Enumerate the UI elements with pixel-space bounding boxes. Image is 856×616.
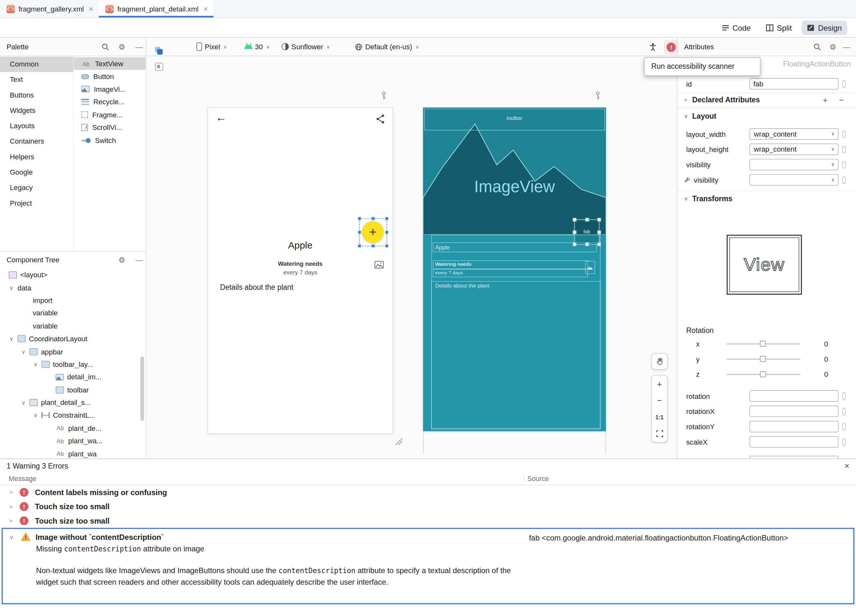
palette-category-common[interactable]: Common [0, 57, 73, 72]
palette-category-helpers[interactable]: Helpers [0, 149, 73, 165]
remove-attribute-button[interactable]: − [839, 95, 844, 105]
zoom-out-button[interactable]: − [652, 392, 667, 409]
problem-row-content-labels[interactable]: > ! Content labels missing or confusing [0, 485, 856, 499]
chevron-down-icon[interactable]: ∨ [9, 285, 14, 291]
gallery-icon[interactable] [374, 261, 384, 269]
tree-item-detail-image[interactable]: detail_im... [0, 371, 146, 383]
palette-category-legacy[interactable]: Legacy [0, 180, 73, 196]
gear-icon[interactable]: ⚙ [830, 43, 836, 51]
resize-handle[interactable] [597, 230, 601, 234]
palette-item-scrollview[interactable]: ScrollVi... [74, 121, 146, 134]
screen-mode-icon[interactable] [155, 63, 163, 71]
resize-handle[interactable] [371, 244, 375, 248]
tree-item-coordinatorlayout[interactable]: ∨CoordinatorLayout [0, 332, 146, 345]
close-icon[interactable]: × [844, 461, 850, 471]
palette-category-widgets[interactable]: Widgets [0, 103, 73, 119]
rotation-z-slider[interactable] [727, 374, 801, 375]
blueprint-gallery-box[interactable] [585, 261, 595, 274]
chevron-right-icon[interactable]: > [8, 489, 14, 496]
close-icon[interactable]: × [203, 5, 208, 13]
blueprint-details-box[interactable] [431, 281, 600, 428]
tree-item-plant-detail-name[interactable]: Abplant_de... [0, 422, 146, 435]
rotation-input[interactable] [750, 390, 838, 402]
palette-item-recyclerview[interactable]: Recycle... [74, 95, 146, 108]
tree-item-plant-detail-scrollview[interactable]: ∨plant_detail_s... [0, 396, 146, 409]
palette-category-project[interactable]: Project [0, 196, 73, 211]
share-icon[interactable] [376, 114, 385, 124]
rotation-x-input[interactable] [750, 405, 838, 417]
canvas-resize-handle[interactable] [395, 437, 403, 446]
palette-item-imageview[interactable]: ImageVi... [74, 83, 146, 95]
palette-item-fragment[interactable]: Fragme... [74, 108, 146, 121]
problem-row-touch-size-2[interactable]: > ! Touch size too small [0, 514, 856, 528]
search-icon[interactable] [102, 43, 109, 51]
tree-item-variable[interactable]: variable [0, 320, 146, 332]
message-column-header[interactable]: Message [9, 475, 37, 483]
tree-item-data[interactable]: ∨data [0, 282, 146, 294]
accessibility-icon[interactable] [648, 42, 657, 51]
accessibility-error-badge[interactable]: ! [664, 40, 679, 55]
blueprint-preview[interactable]: toolbar ImageView Apple Watering needs e… [423, 108, 606, 431]
plant-details-text[interactable]: Details about the plant [220, 283, 293, 292]
tab-fragment-plant-detail[interactable]: fragment_plant_detail.xml × [99, 0, 213, 18]
id-input[interactable] [750, 78, 838, 89]
tools-visibility-dropdown[interactable]: ∨ [750, 174, 838, 185]
chevron-down-icon[interactable]: ∨ [684, 113, 688, 119]
tree-item-plant-watering[interactable]: Abplant_wa... [0, 435, 146, 447]
resize-handle[interactable] [358, 217, 362, 221]
scale-y-input[interactable] [750, 456, 838, 459]
scale-x-input[interactable] [750, 436, 838, 448]
tab-fragment-gallery[interactable]: fragment_gallery.xml × [0, 0, 99, 18]
pan-tool-button[interactable] [651, 353, 668, 370]
chevron-down-icon[interactable]: ∨ [684, 196, 688, 202]
layout-height-dropdown[interactable]: wrap_content ∨ [750, 143, 838, 155]
tree-item-layout[interactable]: <layout> [0, 269, 146, 282]
chevron-right-icon[interactable]: > [684, 97, 687, 103]
back-arrow-icon[interactable]: ← [216, 111, 226, 124]
section-declared-attributes[interactable]: > Declared Attributes + − [677, 93, 856, 107]
design-preview[interactable]: ← Apple Watering needs every 7 days Deta… [208, 108, 393, 434]
resize-handle[interactable] [597, 242, 601, 246]
palette-category-buttons[interactable]: Buttons [0, 88, 73, 103]
add-attribute-button[interactable]: + [823, 95, 828, 105]
problem-row-touch-size-1[interactable]: > ! Touch size too small [0, 500, 856, 514]
code-view-button[interactable]: Code [716, 20, 756, 35]
tree-item-constraintlayout[interactable]: ∨ConstraintL... [0, 409, 146, 422]
search-icon[interactable] [813, 43, 821, 51]
theme-selector[interactable]: Sunflower ∨ [282, 38, 330, 55]
chevron-down-icon[interactable]: ∨ [9, 336, 14, 342]
gear-icon[interactable]: ⚙ [119, 256, 125, 263]
slider-thumb[interactable] [760, 371, 766, 377]
resize-handle[interactable] [358, 230, 362, 234]
rotation-x-slider[interactable] [727, 343, 801, 344]
palette-category-text[interactable]: Text [0, 72, 73, 88]
resize-handle[interactable] [385, 217, 389, 221]
chevron-down-icon[interactable]: ∨ [9, 534, 14, 541]
close-icon[interactable]: × [89, 5, 93, 13]
tree-item-toolbar[interactable]: toolbar [0, 383, 146, 396]
resize-handle[interactable] [385, 230, 389, 234]
palette-item-button[interactable]: Button [74, 70, 146, 83]
resize-handle[interactable] [573, 218, 576, 222]
visibility-dropdown[interactable]: ∨ [750, 159, 838, 171]
watering-needs-label[interactable]: Watering needs [208, 260, 393, 267]
minimize-icon[interactable]: — [843, 43, 851, 51]
gear-icon[interactable]: ⚙ [119, 43, 125, 51]
chevron-down-icon[interactable]: ∨ [32, 412, 38, 418]
locale-selector[interactable]: Default (en-us) ∨ [355, 38, 419, 55]
minimize-icon[interactable]: — [135, 43, 143, 51]
rotation-y-input[interactable] [750, 421, 838, 433]
blueprint-fab[interactable]: fab [574, 219, 599, 245]
resize-handle[interactable] [597, 218, 601, 222]
chevron-down-icon[interactable]: ∨ [21, 399, 26, 405]
zoom-fit-button[interactable] [652, 425, 667, 442]
scrollbar[interactable] [140, 356, 144, 420]
zoom-one-to-one-button[interactable]: 1:1 [652, 409, 667, 425]
slider-thumb[interactable] [760, 356, 766, 362]
design-surface[interactable]: ← Apple Watering needs every 7 days Deta… [146, 56, 677, 459]
resize-handle[interactable] [573, 242, 576, 246]
device-selector[interactable]: Pixel ∨ [196, 38, 227, 55]
section-layout[interactable]: ∨ Layout [677, 108, 856, 123]
chevron-right-icon[interactable]: > [8, 504, 14, 510]
section-transforms[interactable]: ∨ Transforms [677, 191, 856, 206]
